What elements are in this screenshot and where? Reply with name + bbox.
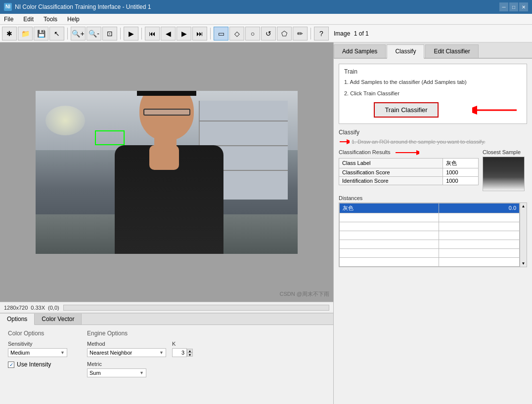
classify-step-row: 1. Draw an ROI around the sample you wan… bbox=[339, 138, 527, 146]
color-options-group: Color Options Sensitivity Medium ▼ ✓ Use… bbox=[8, 330, 67, 377]
distance-label-3 bbox=[340, 231, 439, 240]
image-viewer[interactable]: CSDN @周末不下雨 bbox=[0, 42, 333, 302]
metric-select[interactable]: Sum ▼ bbox=[87, 368, 146, 377]
right-tabs: Add Samples Classify Edit Classifier bbox=[334, 42, 532, 59]
separator-5 bbox=[310, 28, 311, 40]
distance-label-0: 灰色 bbox=[340, 203, 439, 213]
toolbar-freehand[interactable]: ✏ bbox=[293, 27, 308, 40]
result-label-0: Class Label bbox=[339, 158, 443, 168]
distances-table-wrap: 灰色 0.0 bbox=[339, 202, 520, 267]
use-intensity-checkbox[interactable]: ✓ bbox=[8, 362, 14, 368]
toolbar-prev[interactable]: ◀ bbox=[161, 27, 176, 40]
toolbar-play[interactable]: ▶ bbox=[124, 27, 138, 40]
roi-rectangle[interactable] bbox=[95, 130, 125, 145]
k-input-group: ▲ ▼ bbox=[172, 348, 193, 357]
k-down-button[interactable]: ▼ bbox=[187, 353, 193, 357]
k-label: K bbox=[172, 341, 193, 347]
result-label-1: Classification Score bbox=[339, 168, 443, 176]
distance-row-3[interactable] bbox=[340, 231, 520, 240]
sensitivity-value: Medium bbox=[10, 350, 30, 356]
toolbar-circle[interactable]: ○ bbox=[245, 27, 260, 40]
results-table: Class Label 灰色 Classification Score 1000… bbox=[339, 158, 479, 185]
train-btn-row: Train Classifier bbox=[344, 100, 522, 120]
toolbar-save[interactable]: 💾 bbox=[34, 27, 48, 40]
result-value-2: 1000 bbox=[443, 176, 479, 185]
titlebar: NI NI Color Classification Training Inte… bbox=[0, 0, 532, 14]
distances-section: Distances 灰色 0.0 bbox=[339, 195, 527, 267]
distance-value-6 bbox=[439, 257, 520, 266]
room-background bbox=[36, 91, 298, 254]
distance-row-6[interactable] bbox=[340, 257, 520, 266]
window-title: NI Color Classification Training Interfa… bbox=[15, 3, 499, 10]
classify-arrow-icon bbox=[339, 138, 350, 145]
tab-classify[interactable]: Classify bbox=[387, 44, 424, 59]
toolbar-last[interactable]: ⏭ bbox=[192, 27, 207, 40]
toolbar-cursor[interactable]: ↖ bbox=[49, 27, 64, 40]
sensitivity-select-wrapper[interactable]: Medium ▼ bbox=[8, 348, 67, 357]
k-up-button[interactable]: ▲ bbox=[187, 349, 193, 353]
result-value-1: 1000 bbox=[443, 168, 479, 176]
train-step1: 1. Add Samples to the classifier (Add Sa… bbox=[344, 78, 522, 86]
main-area: CSDN @周末不下雨 1280x720 0.33X (0,0) Options… bbox=[0, 42, 532, 404]
distance-row-2[interactable] bbox=[340, 222, 520, 231]
toolbar-help[interactable]: ? bbox=[314, 27, 329, 40]
scroll-down-icon[interactable]: ▼ bbox=[521, 260, 527, 267]
result-label-2: Identification Score bbox=[339, 176, 443, 185]
toolbar-rotate[interactable]: ↺ bbox=[261, 27, 276, 40]
toolbar: ✱ 📁 💾 ↖ 🔍+ 🔍- ⊡ ▶ ⏮ ◀ ▶ ⏭ ▭ ◇ ○ ↺ ⬠ ✏ ? … bbox=[0, 25, 532, 42]
menu-file[interactable]: File bbox=[2, 15, 15, 24]
closest-sample: Closest Sample bbox=[483, 149, 527, 191]
method-field: Method Nearest Neighbor ▼ bbox=[87, 341, 166, 357]
toolbar-open[interactable]: 📁 bbox=[18, 27, 33, 40]
toolbar-polygon[interactable]: ⬠ bbox=[277, 27, 292, 40]
train-section: Train 1. Add Samples to the classifier (… bbox=[339, 64, 527, 124]
method-k-row: Method Nearest Neighbor ▼ K ▲ bbox=[87, 341, 193, 357]
sensitivity-arrow-icon: ▼ bbox=[60, 350, 65, 355]
menu-edit[interactable]: Edit bbox=[21, 15, 36, 24]
coordinates: (0,0) bbox=[48, 305, 59, 311]
image-count: 1 of 1 bbox=[354, 30, 369, 37]
toolbar-zoom-out[interactable]: 🔍- bbox=[87, 27, 101, 40]
toolbar-rect-roi[interactable]: ▭ bbox=[214, 27, 228, 40]
sensitivity-select[interactable]: Medium ▼ bbox=[8, 348, 67, 357]
distance-row-4[interactable] bbox=[340, 240, 520, 248]
toolbar-zoom-in[interactable]: 🔍+ bbox=[71, 27, 86, 40]
right-panel: Add Samples Classify Edit Classifier Tra… bbox=[333, 42, 532, 404]
tab-options[interactable]: Options bbox=[0, 314, 35, 325]
separator-1 bbox=[67, 28, 68, 40]
engine-options-title: Engine Options bbox=[87, 330, 193, 337]
distance-row-1[interactable] bbox=[340, 213, 520, 222]
horizontal-scrollbar[interactable] bbox=[63, 305, 329, 311]
scroll-up-icon[interactable]: ▲ bbox=[521, 203, 527, 209]
metric-label: Metric bbox=[87, 361, 193, 367]
distance-row-5[interactable] bbox=[340, 248, 520, 257]
menu-help[interactable]: Help bbox=[65, 15, 82, 24]
toolbar-asterisk[interactable]: ✱ bbox=[2, 27, 17, 40]
app-icon: NI bbox=[4, 3, 12, 11]
k-input[interactable] bbox=[172, 348, 187, 357]
distance-label-5 bbox=[340, 248, 439, 257]
menu-tools[interactable]: Tools bbox=[42, 15, 59, 24]
classification-results: Classification Results bbox=[339, 149, 479, 191]
distances-scrollbar[interactable]: ▲ ▼ bbox=[520, 202, 527, 267]
maximize-button[interactable]: □ bbox=[509, 2, 518, 11]
color-options-title: Color Options bbox=[8, 330, 67, 337]
minimize-button[interactable]: ─ bbox=[499, 2, 508, 11]
toolbar-diamond[interactable]: ◇ bbox=[229, 27, 244, 40]
train-step2: 2. Click Train Classifier bbox=[344, 89, 522, 98]
toolbar-first[interactable]: ⏮ bbox=[145, 27, 160, 40]
distance-label-6 bbox=[340, 257, 439, 266]
close-button[interactable]: ✕ bbox=[519, 2, 528, 11]
method-select[interactable]: Nearest Neighbor ▼ bbox=[87, 348, 166, 357]
toolbar-zoom-fit[interactable]: ⊡ bbox=[102, 27, 117, 40]
tab-add-samples[interactable]: Add Samples bbox=[334, 44, 386, 58]
person-head bbox=[139, 91, 194, 140]
tab-edit-classifier[interactable]: Edit Classifier bbox=[425, 44, 478, 58]
train-classifier-button[interactable]: Train Classifier bbox=[374, 102, 438, 118]
toolbar-next[interactable]: ▶ bbox=[177, 27, 191, 40]
image-label: Image bbox=[334, 30, 350, 37]
person-glasses bbox=[143, 109, 190, 116]
tab-color-vector[interactable]: Color Vector bbox=[35, 314, 82, 324]
distance-row-selected[interactable]: 灰色 0.0 bbox=[340, 203, 520, 213]
image-container bbox=[36, 91, 298, 254]
